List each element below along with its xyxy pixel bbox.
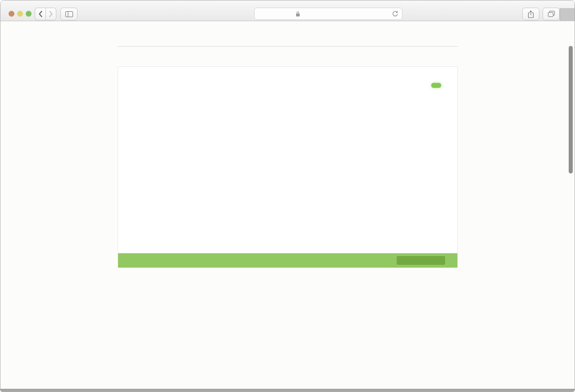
service-status-badge bbox=[431, 83, 441, 88]
nav-buttons bbox=[35, 8, 56, 20]
view-service-button[interactable] bbox=[396, 255, 446, 265]
browser-toolbar bbox=[0, 0, 575, 21]
services-list bbox=[118, 46, 458, 47]
scrollbar-thumb[interactable] bbox=[569, 46, 573, 173]
service-detail-card bbox=[118, 66, 458, 268]
sidebar-toggle-button[interactable] bbox=[60, 8, 78, 20]
zoom-window-button[interactable] bbox=[26, 11, 32, 17]
tab-overview-button[interactable] bbox=[543, 8, 560, 20]
sidebar-icon bbox=[65, 11, 73, 17]
address-bar-content bbox=[296, 11, 302, 17]
share-button[interactable] bbox=[522, 8, 539, 20]
page-content bbox=[0, 21, 575, 392]
new-tab-button[interactable] bbox=[560, 8, 575, 21]
reload-button[interactable] bbox=[392, 11, 399, 18]
reload-icon bbox=[392, 11, 398, 17]
address-bar[interactable] bbox=[254, 8, 402, 20]
minimize-window-button[interactable] bbox=[17, 11, 23, 17]
service-footer bbox=[118, 253, 457, 268]
forward-button[interactable] bbox=[46, 8, 56, 20]
chart-area-series bbox=[118, 186, 253, 254]
lock-icon bbox=[296, 11, 300, 17]
chevron-right-icon bbox=[49, 11, 53, 17]
share-icon bbox=[528, 10, 534, 18]
close-window-button[interactable] bbox=[9, 11, 14, 17]
back-button[interactable] bbox=[35, 8, 46, 20]
chevron-left-icon bbox=[39, 11, 42, 17]
browser-window bbox=[0, 0, 575, 392]
window-bottom-edge bbox=[0, 389, 575, 392]
tabs-icon bbox=[548, 11, 555, 17]
service-detail-header bbox=[118, 67, 457, 88]
response-time-chart bbox=[118, 171, 457, 254]
page-title bbox=[0, 21, 575, 27]
